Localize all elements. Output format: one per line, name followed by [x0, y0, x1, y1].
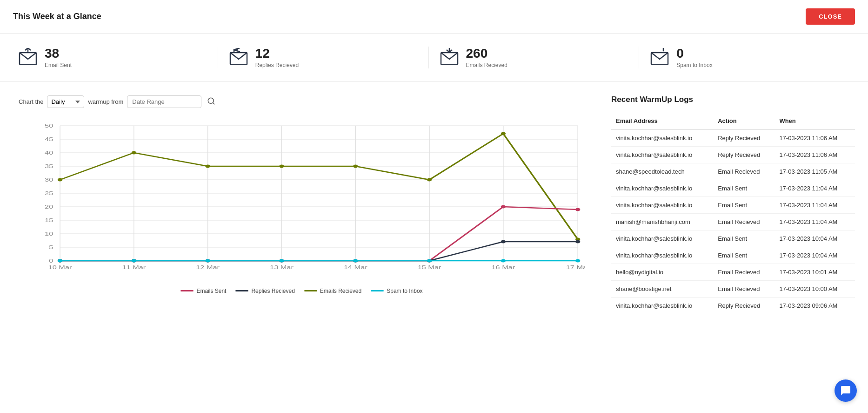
svg-point-70 [501, 240, 506, 243]
stat-replies-received: 12 Replies Recieved [218, 47, 429, 68]
table-row: vinita.kochhar@salesblink.io Email Sent … [611, 230, 855, 247]
legend-emails-sent-color [180, 290, 194, 291]
log-email: shane@speedtolead.tech [611, 163, 713, 180]
log-email: vinita.kochhar@salesblink.io [611, 180, 713, 196]
svg-text:5: 5 [49, 244, 53, 251]
chart-legend: Emails Sent Replies Recieved Emails Reci… [19, 288, 585, 294]
log-when: 17-03-2023 11:05 AM [775, 163, 855, 180]
received-icon [440, 48, 459, 67]
svg-point-53 [427, 178, 432, 181]
svg-point-52 [353, 164, 358, 168]
svg-point-63 [575, 208, 580, 211]
search-button[interactable] [205, 95, 217, 109]
log-when: 17-03-2023 10:00 AM [775, 280, 855, 297]
chart-area: 50 45 40 35 30 25 20 15 10 5 0 [19, 116, 585, 284]
legend-emails-sent: Emails Sent [180, 288, 226, 294]
svg-text:10 Mar: 10 Mar [48, 264, 72, 271]
legend-spam-color [371, 290, 384, 291]
svg-point-77 [427, 259, 432, 262]
svg-text:16 Mar: 16 Mar [491, 264, 515, 271]
svg-text:50: 50 [45, 123, 53, 129]
legend-spam-label: Spam to Inbox [387, 288, 422, 294]
log-email: vinita.kochhar@salesblink.io [611, 146, 713, 163]
emails-received-label: Emails Recieved [466, 62, 507, 68]
sent-icon [19, 48, 37, 67]
svg-text:30: 30 [45, 177, 53, 183]
legend-emails-received: Emails Recieved [304, 288, 361, 294]
stat-spam-to-inbox: 0 Spam to Inbox [639, 47, 849, 68]
legend-replies-received-label: Replies Recieved [251, 288, 294, 294]
log-when: 17-03-2023 11:04 AM [775, 180, 855, 196]
replies-received-count: 12 [255, 47, 299, 61]
svg-text:45: 45 [45, 136, 53, 142]
svg-text:0: 0 [49, 258, 53, 264]
log-action: Email Recieved [713, 213, 775, 230]
col-email-address: Email Address [611, 114, 713, 129]
page-title: This Week at a Glance [13, 12, 101, 21]
warmup-label: warmup from [88, 98, 123, 105]
legend-replies-received-color [235, 290, 248, 291]
svg-text:20: 20 [45, 204, 53, 210]
svg-point-48 [58, 178, 62, 181]
svg-text:15 Mar: 15 Mar [418, 264, 441, 271]
logs-title: Recent WarmUp Logs [611, 95, 855, 104]
log-action: Email Recieved [713, 163, 775, 180]
svg-point-78 [501, 259, 506, 262]
date-range-input[interactable] [127, 95, 201, 108]
logs-table: Email Address Action When vinita.kochhar… [611, 114, 855, 314]
svg-point-51 [279, 164, 284, 168]
chart-controls: Chart the Daily Weekly Monthly warmup fr… [19, 95, 585, 109]
svg-text:15: 15 [45, 217, 53, 223]
svg-point-75 [279, 259, 284, 262]
svg-point-49 [132, 151, 136, 154]
log-email: vinita.kochhar@salesblink.io [611, 129, 713, 147]
svg-text:25: 25 [45, 190, 53, 196]
legend-emails-received-label: Emails Recieved [320, 288, 361, 294]
log-action: Email Sent [713, 247, 775, 264]
col-when: When [775, 114, 855, 129]
svg-text:14 Mar: 14 Mar [344, 264, 367, 271]
svg-point-71 [575, 240, 580, 243]
log-email: vinita.kochhar@salesblink.io [611, 196, 713, 213]
log-email: vinita.kochhar@salesblink.io [611, 297, 713, 314]
log-action: Reply Recieved [713, 297, 775, 314]
legend-replies-received: Replies Recieved [235, 288, 294, 294]
stat-email-sent: 38 Email Sent [19, 47, 218, 68]
svg-text:40: 40 [45, 150, 53, 156]
log-when: 17-03-2023 10:04 AM [775, 230, 855, 247]
legend-spam-to-inbox: Spam to Inbox [371, 288, 422, 294]
log-when: 17-03-2023 10:04 AM [775, 247, 855, 264]
stats-row: 38 Email Sent 12 Replies Recieved [0, 34, 868, 82]
table-row: vinita.kochhar@salesblink.io Email Sent … [611, 196, 855, 213]
svg-line-9 [213, 102, 214, 104]
svg-point-74 [205, 259, 210, 262]
svg-text:10: 10 [45, 231, 53, 237]
email-sent-label: Email Sent [45, 62, 72, 68]
svg-point-73 [132, 259, 136, 262]
email-sent-count: 38 [45, 47, 72, 61]
main-content: Chart the Daily Weekly Monthly warmup fr… [0, 82, 868, 324]
reply-icon [229, 48, 248, 67]
table-row: manish@manishbhanji.com Email Recieved 1… [611, 213, 855, 230]
svg-text:11 Mar: 11 Mar [122, 264, 146, 271]
spam-inbox-label: Spam to Inbox [676, 62, 712, 68]
table-row: hello@nydigital.io Email Recieved 17-03-… [611, 264, 855, 280]
table-row: shane@speedtolead.tech Email Recieved 17… [611, 163, 855, 180]
svg-point-79 [575, 259, 580, 262]
log-when: 17-03-2023 11:04 AM [775, 196, 855, 213]
svg-point-76 [353, 259, 358, 262]
legend-emails-received-color [304, 290, 317, 291]
svg-point-62 [501, 205, 506, 208]
svg-text:13 Mar: 13 Mar [270, 264, 294, 271]
log-email: vinita.kochhar@salesblink.io [611, 230, 713, 247]
log-email: vinita.kochhar@salesblink.io [611, 247, 713, 264]
spam-icon [650, 48, 669, 67]
log-action: Email Recieved [713, 280, 775, 297]
svg-point-50 [205, 164, 210, 168]
log-action: Reply Recieved [713, 146, 775, 163]
period-select[interactable]: Daily Weekly Monthly [47, 95, 84, 108]
table-row: shane@boostige.net Email Recieved 17-03-… [611, 280, 855, 297]
close-button[interactable]: CLOSE [806, 8, 855, 25]
table-row: vinita.kochhar@salesblink.io Reply Recie… [611, 129, 855, 147]
svg-point-54 [501, 132, 506, 135]
